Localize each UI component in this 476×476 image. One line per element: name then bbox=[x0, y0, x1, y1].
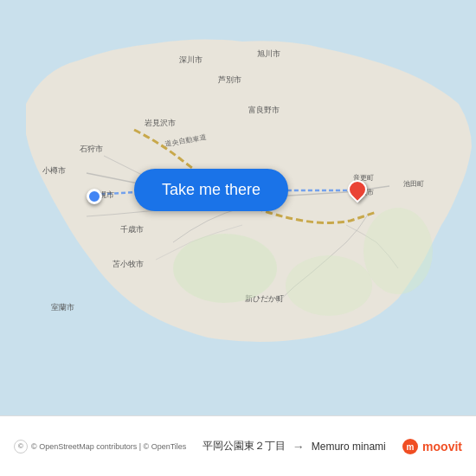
route-from: 平岡公園東２丁目 bbox=[203, 439, 286, 453]
origin-marker bbox=[87, 189, 102, 204]
svg-point-18 bbox=[286, 255, 372, 316]
bottom-bar: © © OpenStreetMap contributors | © OpenT… bbox=[0, 415, 476, 476]
map-container: 深川市 旭川市 芦別市 富良野市 岩見沢市 小樽市 石狩市 札幌市 千歳市 苫小… bbox=[0, 0, 476, 415]
svg-text:芦別市: 芦別市 bbox=[218, 75, 241, 84]
moovit-icon: m bbox=[402, 438, 419, 455]
svg-text:富良野市: 富良野市 bbox=[248, 106, 280, 114]
attribution-text: © OpenStreetMap contributors | © OpenTil… bbox=[31, 442, 186, 451]
svg-text:千歳市: 千歳市 bbox=[120, 225, 144, 234]
svg-text:苫小牧市: 苫小牧市 bbox=[113, 260, 144, 268]
route-info: 平岡公園東２丁目 → Memuro minami bbox=[186, 439, 402, 453]
moovit-logo: m moovit bbox=[402, 438, 462, 455]
svg-text:小樽市: 小樽市 bbox=[42, 166, 66, 175]
svg-text:深川市: 深川市 bbox=[179, 55, 203, 64]
map-attribution: © © OpenStreetMap contributors | © OpenT… bbox=[14, 440, 186, 453]
svg-text:池田町: 池田町 bbox=[403, 180, 424, 188]
svg-text:旭川市: 旭川市 bbox=[257, 49, 280, 58]
route-arrow-icon: → bbox=[293, 440, 305, 453]
route-to: Memuro minami bbox=[312, 441, 386, 453]
svg-text:岩見沢市: 岩見沢市 bbox=[145, 119, 176, 127]
destination-marker bbox=[348, 180, 367, 204]
svg-point-17 bbox=[173, 234, 277, 303]
take-me-there-button[interactable]: Take me there bbox=[134, 169, 288, 211]
svg-text:石狩市: 石狩市 bbox=[80, 145, 103, 153]
attribution-icon: © bbox=[14, 440, 28, 453]
svg-text:m: m bbox=[407, 442, 415, 452]
svg-point-19 bbox=[363, 208, 433, 294]
moovit-brand-name: moovit bbox=[422, 440, 462, 453]
svg-text:室蘭市: 室蘭市 bbox=[51, 303, 74, 312]
